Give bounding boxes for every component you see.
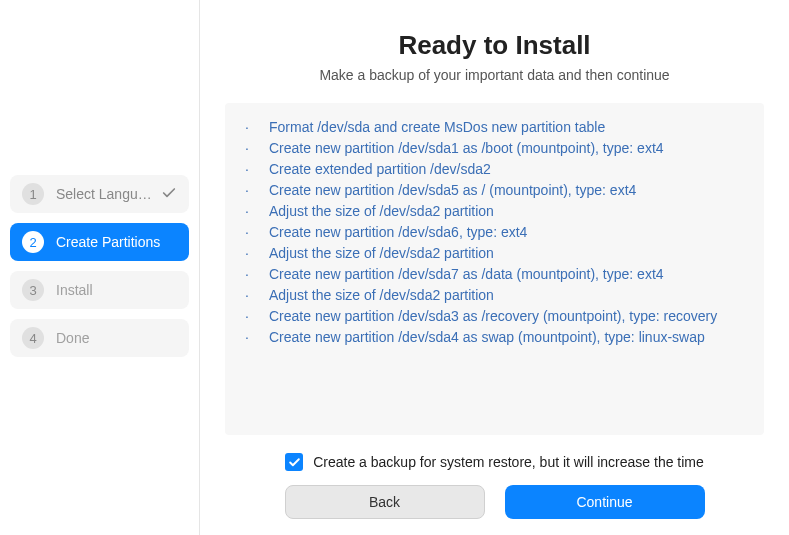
- step-label: Done: [56, 330, 177, 346]
- backup-checkbox[interactable]: [285, 453, 303, 471]
- operation-item: ·Create new partition /dev/sda1 as /boot…: [245, 138, 744, 159]
- backup-checkbox-label: Create a backup for system restore, but …: [313, 454, 704, 470]
- continue-button[interactable]: Continue: [505, 485, 705, 519]
- operations-list: ·Format /dev/sda and create MsDos new pa…: [225, 103, 764, 435]
- button-row: Back Continue: [225, 485, 764, 519]
- step-number: 3: [22, 279, 44, 301]
- step-number: 1: [22, 183, 44, 205]
- operation-item: ·Create new partition /dev/sda7 as /data…: [245, 264, 744, 285]
- bullet-icon: ·: [245, 138, 269, 159]
- page-title: Ready to Install: [225, 30, 764, 61]
- bullet-icon: ·: [245, 222, 269, 243]
- check-icon: [161, 185, 177, 204]
- bullet-icon: ·: [245, 285, 269, 306]
- operation-item: ·Adjust the size of /dev/sda2 partition: [245, 201, 744, 222]
- operation-item: ·Adjust the size of /dev/sda2 partition: [245, 285, 744, 306]
- bullet-icon: ·: [245, 180, 269, 201]
- operation-item: ·Create new partition /dev/sda4 as swap …: [245, 327, 744, 348]
- step-install: 3 Install: [10, 271, 189, 309]
- bullet-icon: ·: [245, 243, 269, 264]
- main-content: Ready to Install Make a backup of your i…: [200, 0, 789, 535]
- bullet-icon: ·: [245, 306, 269, 327]
- backup-option: Create a backup for system restore, but …: [225, 453, 764, 471]
- step-number: 4: [22, 327, 44, 349]
- operation-item: ·Create new partition /dev/sda5 as / (mo…: [245, 180, 744, 201]
- operation-item: ·Adjust the size of /dev/sda2 partition: [245, 243, 744, 264]
- bullet-icon: ·: [245, 201, 269, 222]
- step-number: 2: [22, 231, 44, 253]
- bullet-icon: ·: [245, 264, 269, 285]
- bullet-icon: ·: [245, 117, 269, 138]
- step-label: Install: [56, 282, 177, 298]
- step-create-partitions[interactable]: 2 Create Partitions: [10, 223, 189, 261]
- step-label: Create Partitions: [56, 234, 177, 250]
- bullet-icon: ·: [245, 327, 269, 348]
- operation-item: ·Create new partition /dev/sda3 as /reco…: [245, 306, 744, 327]
- page-subtitle: Make a backup of your important data and…: [225, 67, 764, 83]
- sidebar: 1 Select Langu… 2 Create Partitions 3 In…: [0, 0, 200, 535]
- operation-item: ·Create extended partition /dev/sda2: [245, 159, 744, 180]
- operation-item: ·Format /dev/sda and create MsDos new pa…: [245, 117, 744, 138]
- step-done: 4 Done: [10, 319, 189, 357]
- step-select-language[interactable]: 1 Select Langu…: [10, 175, 189, 213]
- bullet-icon: ·: [245, 159, 269, 180]
- operation-item: ·Create new partition /dev/sda6, type: e…: [245, 222, 744, 243]
- step-label: Select Langu…: [56, 186, 161, 202]
- back-button[interactable]: Back: [285, 485, 485, 519]
